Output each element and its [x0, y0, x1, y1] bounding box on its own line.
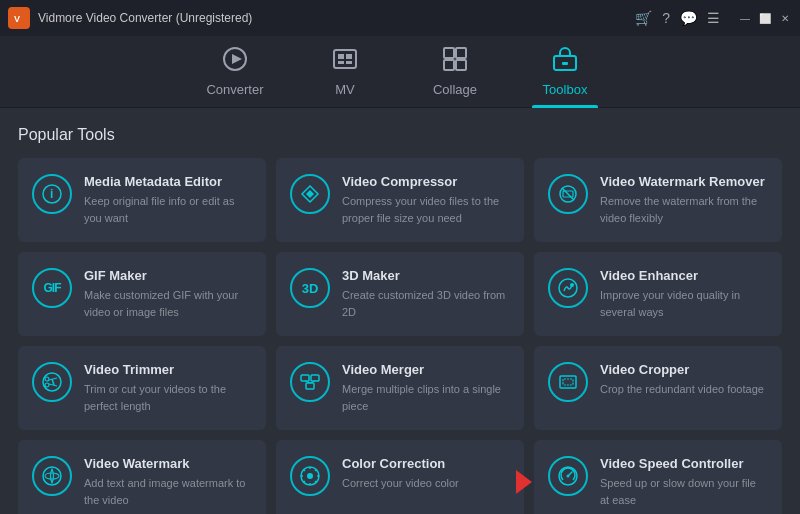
- svg-rect-11: [444, 60, 454, 70]
- arrow-indicator: [516, 470, 532, 494]
- tool-3d-maker[interactable]: 3D 3D Maker Create customized 3D video f…: [276, 252, 524, 336]
- color-correction-icon: [290, 456, 330, 496]
- video-merger-icon: [290, 362, 330, 402]
- collage-icon: [442, 46, 468, 78]
- tool-video-speed-controller[interactable]: Video Speed Controller Speed up or slow …: [534, 440, 782, 514]
- gif-maker-text: GIF Maker Make customized GIF with your …: [84, 268, 252, 320]
- nav-tabs: Converter MV Collage: [0, 36, 800, 108]
- tool-video-trimmer[interactable]: Video Trimmer Trim or cut your videos to…: [18, 346, 266, 430]
- minimize-button[interactable]: —: [738, 11, 752, 25]
- svg-rect-7: [338, 61, 344, 64]
- color-correction-text: Color Correction Correct your video colo…: [342, 456, 459, 492]
- svg-marker-3: [232, 54, 242, 64]
- color-correction-name: Color Correction: [342, 456, 459, 471]
- svg-rect-5: [338, 54, 344, 59]
- maximize-button[interactable]: ⬜: [758, 11, 772, 25]
- svg-rect-32: [306, 383, 314, 389]
- menu-icon[interactable]: ☰: [707, 10, 720, 26]
- converter-label: Converter: [206, 82, 263, 97]
- converter-icon: [222, 46, 248, 78]
- tool-color-correction[interactable]: Color Correction Correct your video colo…: [276, 440, 524, 514]
- video-trimmer-text: Video Trimmer Trim or cut your videos to…: [84, 362, 252, 414]
- svg-rect-30: [301, 375, 309, 381]
- tab-mv[interactable]: MV: [290, 36, 400, 108]
- tool-gif-maker[interactable]: GIF GIF Maker Make customized GIF with y…: [18, 252, 266, 336]
- video-enhancer-text: Video Enhancer Improve your video qualit…: [600, 268, 768, 320]
- svg-line-45: [315, 481, 317, 483]
- tool-watermark-remover[interactable]: Video Watermark Remover Remove the water…: [534, 158, 782, 242]
- svg-line-47: [304, 481, 306, 483]
- tab-converter[interactable]: Converter: [180, 36, 290, 108]
- svg-rect-9: [444, 48, 454, 58]
- svg-point-23: [570, 283, 574, 287]
- titlebar: V Vidmore Video Converter (Unregistered)…: [0, 0, 800, 36]
- tool-video-watermark[interactable]: Video Watermark Add text and image water…: [18, 440, 266, 514]
- gif-maker-icon: GIF: [32, 268, 72, 308]
- tool-video-compressor[interactable]: Video Compressor Compress your video fil…: [276, 158, 524, 242]
- video-merger-desc: Merge multiple clips into a single piece: [342, 381, 510, 414]
- video-compressor-icon: [290, 174, 330, 214]
- toolbox-label: Toolbox: [543, 82, 588, 97]
- main-content: Popular Tools i Media Metadata Editor Ke…: [0, 108, 800, 514]
- app-title: Vidmore Video Converter (Unregistered): [38, 11, 252, 25]
- video-cropper-icon: [548, 362, 588, 402]
- svg-line-44: [304, 470, 306, 472]
- tab-toolbox[interactable]: Toolbox: [510, 36, 620, 108]
- video-trimmer-name: Video Trimmer: [84, 362, 252, 377]
- video-compressor-text: Video Compressor Compress your video fil…: [342, 174, 510, 226]
- window-controls: — ⬜ ✕: [738, 11, 792, 25]
- watermark-remover-icon: [548, 174, 588, 214]
- section-title: Popular Tools: [18, 126, 782, 144]
- tool-video-enhancer[interactable]: Video Enhancer Improve your video qualit…: [534, 252, 782, 336]
- color-correction-desc: Correct your video color: [342, 475, 459, 492]
- video-enhancer-desc: Improve your video quality in several wa…: [600, 287, 768, 320]
- svg-text:V: V: [14, 14, 20, 24]
- svg-rect-36: [563, 379, 573, 385]
- titlebar-left: V Vidmore Video Converter (Unregistered): [8, 7, 252, 29]
- svg-line-29: [52, 379, 54, 385]
- svg-line-20: [562, 188, 574, 200]
- video-speed-controller-icon: [548, 456, 588, 496]
- svg-rect-14: [562, 62, 568, 65]
- video-trimmer-icon: [32, 362, 72, 402]
- mv-label: MV: [335, 82, 355, 97]
- media-metadata-icon: i: [32, 174, 72, 214]
- video-merger-text: Video Merger Merge multiple clips into a…: [342, 362, 510, 414]
- video-trimmer-desc: Trim or cut your videos to the perfect l…: [84, 381, 252, 414]
- 3d-maker-text: 3D Maker Create customized 3D video from…: [342, 268, 510, 320]
- video-watermark-text: Video Watermark Add text and image water…: [84, 456, 252, 508]
- help-icon[interactable]: ?: [662, 10, 670, 26]
- tool-media-metadata[interactable]: i Media Metadata Editor Keep original fi…: [18, 158, 266, 242]
- svg-rect-8: [346, 61, 352, 64]
- video-watermark-icon: [32, 456, 72, 496]
- svg-point-51: [567, 475, 570, 478]
- app-logo: V: [8, 7, 30, 29]
- watermark-remover-name: Video Watermark Remover: [600, 174, 768, 189]
- video-enhancer-icon: [548, 268, 588, 308]
- chat-icon[interactable]: 💬: [680, 10, 697, 26]
- svg-line-46: [315, 470, 317, 472]
- close-button[interactable]: ✕: [778, 11, 792, 25]
- video-compressor-desc: Compress your video files to the proper …: [342, 193, 510, 226]
- video-merger-name: Video Merger: [342, 362, 510, 377]
- media-metadata-name: Media Metadata Editor: [84, 174, 252, 189]
- svg-rect-31: [311, 375, 319, 381]
- svg-point-38: [45, 473, 59, 479]
- video-watermark-desc: Add text and image watermark to the vide…: [84, 475, 252, 508]
- video-speed-controller-desc: Speed up or slow down your file at ease: [600, 475, 768, 508]
- svg-rect-4: [334, 50, 356, 68]
- 3d-maker-desc: Create customized 3D video from 2D: [342, 287, 510, 320]
- svg-point-48: [307, 473, 313, 479]
- video-speed-controller-text: Video Speed Controller Speed up or slow …: [600, 456, 768, 508]
- svg-point-24: [43, 373, 61, 391]
- tool-video-cropper[interactable]: Video Cropper Crop the redundant video f…: [534, 346, 782, 430]
- video-cropper-name: Video Cropper: [600, 362, 764, 377]
- media-metadata-desc: Keep original file info or edit as you w…: [84, 193, 252, 226]
- tab-collage[interactable]: Collage: [400, 36, 510, 108]
- watermark-remover-text: Video Watermark Remover Remove the water…: [600, 174, 768, 226]
- svg-point-25: [45, 377, 49, 381]
- tool-video-merger[interactable]: Video Merger Merge multiple clips into a…: [276, 346, 524, 430]
- svg-text:i: i: [50, 187, 53, 201]
- cart-icon[interactable]: 🛒: [635, 10, 652, 26]
- svg-point-26: [45, 383, 49, 387]
